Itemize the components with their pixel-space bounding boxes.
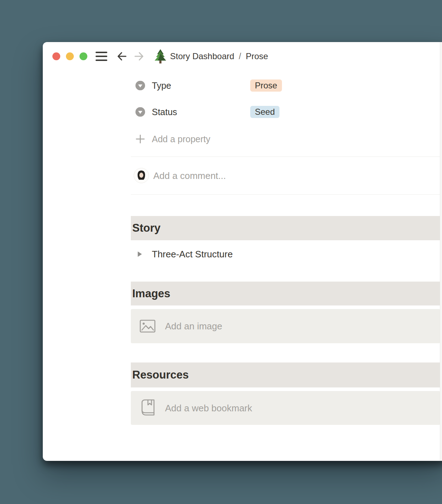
- property-value-tag-seed[interactable]: Seed: [250, 106, 279, 118]
- add-image-label: Add an image: [165, 321, 222, 332]
- add-image-block[interactable]: Add an image: [131, 309, 440, 343]
- property-value-tag-prose[interactable]: Prose: [250, 79, 282, 92]
- plus-icon: [135, 134, 145, 144]
- image-icon: [140, 320, 155, 333]
- heading-images-text: Images: [131, 287, 170, 300]
- heading-images[interactable]: Images: [131, 282, 440, 305]
- comment-input-placeholder[interactable]: Add a comment...: [153, 170, 226, 181]
- hamburger-icon: [96, 52, 108, 61]
- add-bookmark-block[interactable]: Add a web bookmark: [131, 391, 440, 425]
- scrollbar-track[interactable]: [440, 42, 442, 461]
- property-label-status[interactable]: Status: [152, 107, 177, 117]
- divider: [131, 156, 440, 157]
- add-comment-row[interactable]: Add a comment...: [131, 168, 440, 184]
- breadcrumb-current[interactable]: Prose: [246, 51, 268, 61]
- desktop-background: Story Dashboard / Prose Type Prose: [0, 0, 442, 504]
- zoom-window-button[interactable]: [79, 52, 87, 60]
- breadcrumb-root[interactable]: Story Dashboard: [170, 51, 234, 61]
- select-property-icon: [135, 81, 145, 91]
- forward-button[interactable]: [133, 50, 145, 62]
- add-property-button[interactable]: Add a property: [131, 133, 440, 145]
- add-property-label: Add a property: [152, 134, 210, 144]
- notion-app-window: Story Dashboard / Prose Type Prose: [43, 42, 442, 461]
- heading-story[interactable]: Story: [131, 216, 440, 240]
- heading-story-text: Story: [131, 222, 160, 235]
- bookmark-book-icon: [141, 399, 155, 417]
- heading-resources[interactable]: Resources: [131, 362, 440, 387]
- toggle-triangle-icon[interactable]: [137, 251, 142, 257]
- toggle-label[interactable]: Three-Act Structure: [152, 249, 233, 260]
- heading-resources-text: Resources: [131, 369, 189, 381]
- breadcrumb: Story Dashboard / Prose: [170, 42, 268, 70]
- property-label-type[interactable]: Type: [152, 81, 171, 91]
- toggle-block-three-act[interactable]: Three-Act Structure: [131, 248, 440, 261]
- close-window-button[interactable]: [52, 52, 60, 60]
- evergreen-tree-icon: [154, 49, 167, 64]
- divider: [131, 194, 440, 195]
- property-row-status: Status Seed: [131, 106, 440, 118]
- property-row-type: Type Prose: [131, 79, 440, 92]
- select-property-icon: [135, 107, 145, 117]
- breadcrumb-separator: /: [239, 52, 241, 61]
- sidebar-menu-button[interactable]: [96, 51, 108, 61]
- traffic-lights: [52, 52, 87, 60]
- minimize-window-button[interactable]: [66, 52, 74, 60]
- arrow-left-icon: [116, 50, 128, 62]
- back-button[interactable]: [116, 50, 128, 62]
- user-avatar: [134, 168, 149, 183]
- arrow-right-icon: [133, 50, 145, 62]
- add-bookmark-label: Add a web bookmark: [165, 402, 252, 413]
